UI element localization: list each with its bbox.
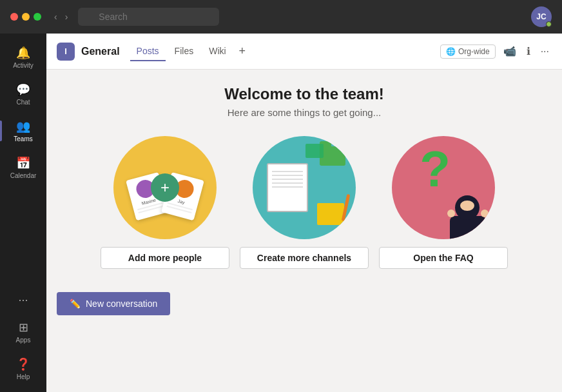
sidebar: 🔔 Activity 💬 Chat 👥 Teams 📅 Calendar ···… bbox=[0, 34, 46, 392]
presence-badge bbox=[546, 21, 552, 27]
create-channels-button[interactable]: Create more channels bbox=[240, 247, 369, 269]
teams-icon: 👥 bbox=[15, 119, 31, 134]
faq-illustration: ? bbox=[392, 136, 495, 239]
org-wide-badge[interactable]: 🌐 Org-wide bbox=[440, 44, 496, 59]
sidebar-item-calendar[interactable]: 📅 Calendar bbox=[0, 149, 46, 186]
activity-icon: 🔔 bbox=[15, 45, 31, 61]
sidebar-label-activity: Activity bbox=[13, 62, 34, 69]
compose-icon: ✏️ bbox=[70, 299, 81, 309]
more-options-button[interactable]: ··· bbox=[538, 43, 552, 60]
sidebar-label-chat: Chat bbox=[16, 99, 30, 106]
bottom-bar: ✏️ New conversation bbox=[57, 284, 552, 323]
create-channels-illustration bbox=[253, 136, 356, 239]
sidebar-label-calendar: Calendar bbox=[10, 172, 37, 179]
sidebar-label-apps: Apps bbox=[16, 337, 31, 344]
sidebar-item-activity[interactable]: 🔔 Activity bbox=[0, 39, 46, 75]
add-people-illustration: Maxine Jay + bbox=[113, 136, 217, 239]
teal-inner bbox=[253, 136, 356, 239]
main-content: I General Posts Files Wiki + 🌐 Org-wide … bbox=[46, 34, 562, 392]
card-add-people: Maxine Jay + bbox=[101, 136, 229, 269]
back-button[interactable]: ‹ bbox=[52, 10, 60, 23]
new-conversation-button[interactable]: ✏️ New conversation bbox=[57, 292, 170, 315]
channel-header: I General Posts Files Wiki + 🌐 Org-wide … bbox=[46, 34, 562, 70]
avatar[interactable]: JC bbox=[531, 6, 552, 27]
video-call-button[interactable]: 📹 bbox=[501, 43, 519, 60]
tab-posts[interactable]: Posts bbox=[130, 42, 166, 61]
app-body: 🔔 Activity 💬 Chat 👥 Teams 📅 Calendar ···… bbox=[0, 34, 562, 392]
maximize-button[interactable] bbox=[34, 13, 41, 21]
nav-arrows: ‹ › bbox=[52, 10, 70, 23]
sidebar-label-teams: Teams bbox=[14, 135, 32, 142]
sidebar-item-chat[interactable]: 💬 Chat bbox=[0, 75, 46, 112]
welcome-area: Welcome to the team! Here are some thing… bbox=[46, 70, 562, 392]
card-faq: ? bbox=[379, 136, 508, 269]
org-wide-icon: 🌐 bbox=[446, 47, 456, 56]
channel-icon: I bbox=[57, 43, 75, 61]
calendar-icon: 📅 bbox=[15, 155, 31, 171]
yellow-inner: Maxine Jay + bbox=[113, 136, 217, 239]
open-faq-button[interactable]: Open the FAQ bbox=[379, 247, 508, 269]
more-icon: ··· bbox=[18, 293, 28, 307]
add-icon: + bbox=[151, 173, 179, 202]
channel-actions: 🌐 Org-wide 📹 ℹ ··· bbox=[440, 43, 552, 60]
chat-icon: 💬 bbox=[15, 82, 31, 97]
traffic-lights bbox=[10, 13, 41, 21]
search-wrapper: 🔍 bbox=[78, 8, 380, 26]
minimize-button[interactable] bbox=[22, 13, 30, 21]
card-create-channels: Create more channels bbox=[240, 136, 369, 269]
close-button[interactable] bbox=[10, 13, 18, 21]
welcome-title: Welcome to the team! bbox=[224, 85, 384, 103]
title-bar: ‹ › 🔍 JC bbox=[0, 0, 562, 34]
tab-files[interactable]: Files bbox=[168, 42, 200, 61]
add-tab-button[interactable]: + bbox=[235, 42, 250, 61]
sidebar-item-teams[interactable]: 👥 Teams bbox=[0, 112, 46, 149]
help-icon: ❓ bbox=[15, 357, 31, 372]
new-conversation-label: New conversation bbox=[86, 299, 157, 309]
channel-name: General bbox=[81, 46, 120, 57]
channel-tabs: Posts Files Wiki + bbox=[130, 42, 440, 61]
sidebar-item-apps[interactable]: ⊞ Apps bbox=[0, 313, 46, 350]
org-wide-label: Org-wide bbox=[458, 47, 490, 56]
welcome-subtitle: Here are some things to get going... bbox=[228, 107, 381, 118]
tab-wiki[interactable]: Wiki bbox=[202, 42, 232, 61]
cards-row: Maxine Jay + bbox=[101, 136, 508, 269]
forward-button[interactable]: › bbox=[63, 10, 71, 23]
sidebar-label-help: Help bbox=[17, 373, 30, 380]
info-button[interactable]: ℹ bbox=[524, 43, 533, 60]
sidebar-more-button[interactable]: ··· bbox=[0, 287, 46, 313]
sidebar-item-help[interactable]: ❓ Help bbox=[0, 350, 46, 387]
apps-icon: ⊞ bbox=[15, 320, 31, 335]
add-people-button[interactable]: Add more people bbox=[101, 247, 229, 269]
pink-inner: ? bbox=[392, 136, 495, 239]
search-input[interactable] bbox=[78, 8, 219, 26]
